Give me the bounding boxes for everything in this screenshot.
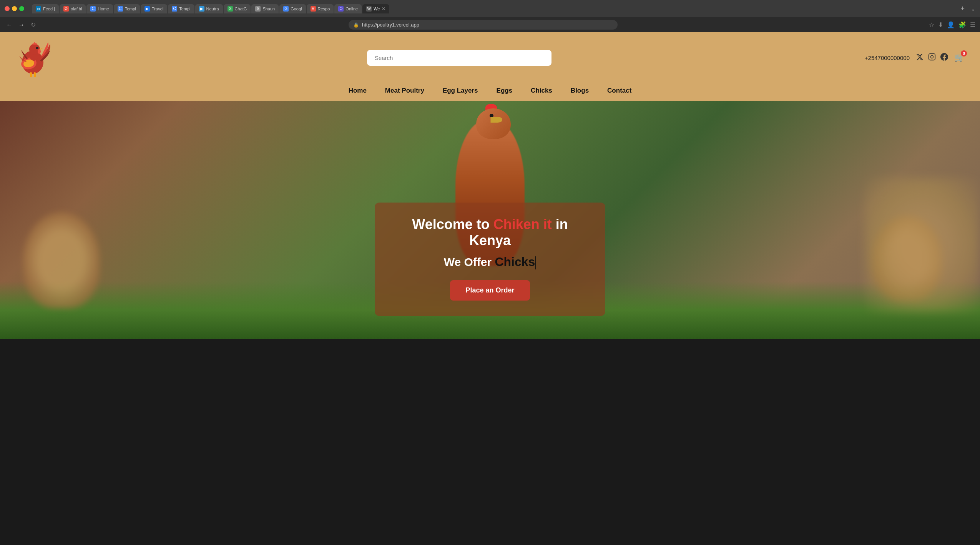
tab-favicon-travel: ▶	[145, 6, 150, 12]
browser-titlebar: in Feed | Ø olaf bl C Home C Templ ▶ Tra…	[0, 0, 980, 17]
svg-point-5	[38, 49, 41, 54]
maximize-traffic-light[interactable]	[19, 6, 24, 11]
traffic-lights	[5, 6, 24, 11]
tab-feed[interactable]: in Feed |	[32, 4, 59, 13]
hero-welcome-prefix: Welcome to	[412, 216, 493, 232]
tab-favicon-feed: in	[36, 6, 41, 12]
nav-link-blogs[interactable]: Blogs	[571, 87, 589, 95]
website-content: +2547000000000	[0, 32, 980, 339]
site-header: +2547000000000	[0, 32, 980, 83]
facebook-icon[interactable]	[940, 53, 948, 63]
svg-rect-9	[34, 72, 36, 77]
search-input[interactable]	[367, 50, 551, 66]
tab-favicon-respo: R	[311, 6, 316, 12]
hero-title: Welcome to Chiken it in Kenya	[394, 216, 586, 249]
cart-badge: 0	[961, 50, 967, 56]
tab-label-we: We	[374, 7, 380, 11]
twitter-icon[interactable]	[916, 53, 924, 63]
hero-section: Welcome to Chiken it in Kenya We Offer C…	[0, 101, 980, 339]
browser-chrome: in Feed | Ø olaf bl C Home C Templ ▶ Tra…	[0, 0, 980, 32]
tab-label-online: Online	[345, 7, 358, 11]
address-bar[interactable]: 🔒 https://poultry1.vercel.app	[349, 20, 618, 30]
hero-overlay-box: Welcome to Chiken it in Kenya We Offer C…	[375, 203, 605, 316]
tab-label-shaun: Shaun	[262, 7, 275, 11]
hero-brand-name: Chiken it	[493, 216, 552, 232]
tab-travel[interactable]: ▶ Travel	[141, 4, 167, 13]
instagram-icon[interactable]	[928, 53, 936, 63]
tab-olaf[interactable]: Ø olaf bl	[60, 4, 86, 13]
tab-label-templ2: Templ	[179, 7, 190, 11]
tab-label-home: Home	[98, 7, 109, 11]
browser-addressbar: ← → ↻ 🔒 https://poultry1.vercel.app ☆ ⬇ …	[0, 17, 980, 32]
nav-link-meat-poultry[interactable]: Meat Poultry	[385, 87, 424, 95]
close-traffic-light[interactable]	[5, 6, 10, 11]
download-icon[interactable]: ⬇	[938, 21, 943, 28]
hero-typed-text: Chicks	[495, 255, 535, 269]
tab-neutra[interactable]: ▶ Neutra	[195, 4, 223, 13]
hero-offer-prefix: We Offer	[444, 256, 495, 268]
new-tab-button[interactable]: +	[957, 3, 968, 14]
logo-image	[15, 38, 54, 77]
tab-templ1[interactable]: C Templ	[114, 4, 140, 13]
nav-link-egg-layers[interactable]: Egg Layers	[443, 87, 478, 95]
chicken-head	[476, 108, 511, 139]
reload-button[interactable]: ↻	[29, 20, 37, 30]
tab-close-we[interactable]: ✕	[382, 6, 385, 12]
logo-area	[15, 38, 54, 77]
tab-respo[interactable]: R Respo	[307, 4, 334, 13]
svg-point-7	[37, 48, 38, 49]
tab-we[interactable]: W We ✕	[362, 4, 389, 13]
tab-favicon-chatg: G	[228, 6, 233, 12]
bookmark-icon[interactable]: ☆	[929, 21, 934, 28]
tab-favicon-shaun: S	[255, 6, 261, 12]
tab-favicon-templ1: C	[118, 6, 123, 12]
back-button[interactable]: ←	[5, 20, 14, 30]
social-icons	[916, 53, 948, 63]
tab-online[interactable]: O Online	[334, 4, 362, 13]
cursor-blink	[535, 256, 536, 269]
hero-subtitle: We Offer Chicks	[394, 255, 586, 269]
minimize-traffic-light[interactable]	[12, 6, 17, 11]
chicken-beak	[491, 117, 502, 123]
chicken-bg-left	[23, 212, 100, 308]
tab-chatg[interactable]: G ChatG	[224, 4, 251, 13]
tab-label-feed: Feed |	[43, 7, 55, 11]
lock-icon: 🔒	[353, 22, 359, 28]
svg-rect-8	[30, 72, 32, 77]
tab-favicon-olaf: Ø	[63, 6, 69, 12]
tab-favicon-neutra: ▶	[199, 6, 204, 12]
tab-label-respo: Respo	[318, 7, 330, 11]
tab-favicon-we: W	[366, 6, 372, 12]
forward-button[interactable]: →	[17, 20, 26, 30]
tab-favicon-google: G	[283, 6, 289, 12]
nav-link-chicks[interactable]: Chicks	[531, 87, 552, 95]
nav-link-eggs[interactable]: Eggs	[497, 87, 513, 95]
svg-rect-10	[929, 53, 935, 60]
tab-label-chatg: ChatG	[235, 7, 247, 11]
tab-label-templ1: Templ	[125, 7, 136, 11]
menu-icon[interactable]: ☰	[970, 21, 975, 28]
nav-link-contact[interactable]: Contact	[607, 87, 631, 95]
tab-favicon-templ2: C	[172, 6, 177, 12]
cart-icon-wrapper[interactable]: 🛒 0	[954, 53, 965, 63]
tab-templ2[interactable]: C Templ	[168, 4, 194, 13]
tab-google[interactable]: G Googl	[279, 4, 306, 13]
tab-label-google: Googl	[291, 7, 302, 11]
nav-link-home[interactable]: Home	[349, 87, 367, 95]
chicken-bg-far-right	[865, 178, 980, 312]
profile-icon[interactable]: 👤	[947, 21, 955, 28]
extensions-icon[interactable]: 🧩	[958, 21, 966, 28]
phone-number: +2547000000000	[865, 55, 910, 61]
search-area	[61, 50, 857, 66]
tab-favicon-home: C	[90, 6, 96, 12]
tab-label-olaf: olaf bl	[71, 7, 82, 11]
tab-home[interactable]: C Home	[86, 4, 113, 13]
tab-label-travel: Travel	[152, 7, 163, 11]
header-right: +2547000000000	[865, 53, 965, 63]
tab-favicon-online: O	[338, 6, 344, 12]
tab-shaun[interactable]: S Shaun	[251, 4, 279, 13]
tab-list-chevron[interactable]: ⌄	[971, 6, 975, 12]
address-actions: ☆ ⬇ 👤 🧩 ☰	[929, 21, 975, 28]
tab-label-neutra: Neutra	[206, 7, 219, 11]
order-button[interactable]: Place an Order	[450, 280, 530, 301]
